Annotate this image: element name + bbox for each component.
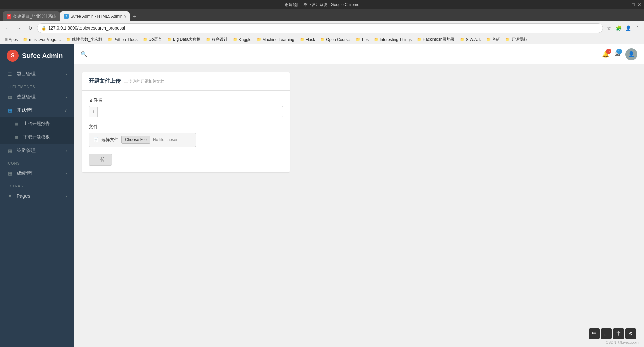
bookmark-tips[interactable]: 📁 Tips: [354, 37, 371, 43]
bookmark-icon[interactable]: ☆: [605, 24, 613, 32]
folder-icon: 📁: [206, 37, 211, 42]
bookmark-opencourse[interactable]: 📁 Open Course: [318, 37, 352, 43]
bookmark-linear-label: 线性代数_李宏毅: [72, 37, 103, 42]
xuan-ti-icon: ▦: [7, 94, 13, 100]
bookmark-hackintosh-label: Hackintosh黑苹果: [423, 37, 454, 42]
browser-chrome: 创建题目_毕业设计系统 - Google Chrome ─ □ ✕ C 创建题目…: [0, 0, 644, 44]
download-template-icon: ▦: [13, 134, 20, 140]
card-header: 开题文件上传 上传你的开题相关文档: [82, 72, 290, 91]
upload-button[interactable]: 上传: [89, 154, 112, 166]
tab1-label: 创建题目_毕业设计系统: [13, 14, 56, 19]
bookmarks-bar: ⊞ Apps 📁 musicForProgra... 📁 线性代数_李宏毅 📁 …: [0, 35, 644, 44]
sidebar-item-download-template[interactable]: ▦ 下载开题模板: [0, 130, 74, 144]
filename-input[interactable]: [98, 106, 283, 117]
bookmark-go[interactable]: 📁 Go语言: [141, 36, 164, 43]
da-bian-icon: ▦: [7, 147, 13, 154]
bookmark-go-label: Go语言: [149, 37, 162, 42]
pages-arrow: ›: [66, 194, 67, 198]
bookmark-flask[interactable]: 📁 Flask: [298, 37, 317, 43]
brand-icon: S: [7, 50, 19, 62]
browser-titlebar: 创建题目_毕业设计系统 - Google Chrome ─ □ ✕: [0, 0, 644, 9]
reload-button[interactable]: ↻: [25, 23, 35, 33]
corner-icon-half[interactable]: 半: [613, 328, 624, 339]
sidebar-item-upload-report[interactable]: ▦ 上传开题报告: [0, 117, 74, 130]
topbar: 🔍 🔔 5 ✉ 9 👤: [74, 44, 644, 64]
tab1-close[interactable]: ✕: [53, 14, 58, 19]
message-button[interactable]: ✉ 9: [615, 51, 620, 58]
search-icon[interactable]: 🔍: [80, 51, 87, 57]
sidebar-item-kai-ti[interactable]: ▦ 开题管理 ∨: [0, 104, 74, 117]
cheng-ji-label: 成绩管理: [17, 170, 66, 176]
folder-icon: 📁: [167, 37, 172, 42]
brand-label: Sufee Admin: [22, 52, 63, 60]
new-tab-button[interactable]: +: [130, 12, 139, 21]
settings-icon[interactable]: ⋮: [633, 24, 641, 32]
file-select-label: 选择文件: [101, 137, 119, 143]
corner-icon-dot[interactable]: 。: [601, 328, 612, 339]
bookmark-opencourse-label: Open Course: [326, 37, 350, 42]
xuan-ti-label: 选题管理: [17, 94, 66, 100]
browser-tab-1[interactable]: C 创建题目_毕业设计系统 ✕: [3, 11, 60, 21]
topbar-right: 🔔 5 ✉ 9 👤: [602, 48, 637, 60]
bookmark-bigdata-label: Big Data大数据: [173, 37, 201, 42]
bookmark-apps[interactable]: ⊞ Apps: [3, 37, 20, 43]
notification-button[interactable]: 🔔 5: [602, 51, 609, 58]
sidebar-sub-kaiti: ▦ 上传开题报告 ▦ 下载开题模板: [0, 117, 74, 144]
corner-icon-settings[interactable]: ⚙: [625, 328, 636, 339]
back-button[interactable]: ←: [3, 23, 12, 33]
sidebar-item-ti-guan-li[interactable]: ☰ 题目管理 ›: [0, 67, 74, 81]
download-template-label: 下载开题模板: [23, 134, 67, 140]
bookmark-kaoyan[interactable]: 📁 考研: [484, 36, 502, 43]
bookmark-kaggle-label: Kaggle: [239, 37, 251, 42]
sidebar-item-xuan-ti[interactable]: ▦ 选题管理 ›: [0, 90, 74, 104]
close-icon[interactable]: ✕: [637, 2, 641, 7]
bookmark-swat[interactable]: 📁 S.W.A.T.: [458, 37, 483, 43]
file-no-chosen-text: No file chosen: [153, 137, 178, 142]
xuan-ti-arrow: ›: [66, 95, 67, 99]
sidebar-item-cheng-ji[interactable]: ▦ 成绩管理 ›: [0, 167, 74, 180]
address-bar[interactable]: 🔒 127.0.0.1:8000/topic/research_proposal: [37, 23, 603, 33]
cheng-ji-arrow: ›: [66, 171, 67, 175]
section-ui-elements: UI ELEMENTS: [0, 81, 74, 90]
avatar[interactable]: 👤: [625, 48, 637, 60]
browser-toolbar: ← → ↻ 🔒 127.0.0.1:8000/topic/research_pr…: [0, 21, 644, 35]
bookmark-linear[interactable]: 📁 线性代数_李宏毅: [64, 36, 105, 43]
sidebar-item-pages[interactable]: ▼ Pages ›: [0, 189, 74, 203]
section-extras: EXTRAS: [0, 180, 74, 189]
minimize-icon[interactable]: ─: [626, 2, 629, 7]
bookmark-program-label: 程序设计: [212, 37, 228, 42]
bookmark-opensource-label: 开源贡献: [511, 37, 527, 42]
pages-label: Pages: [17, 193, 66, 199]
bookmark-opensource[interactable]: 📁 开源贡献: [503, 36, 529, 43]
bookmark-python[interactable]: 📁 Python_Docs: [106, 37, 139, 43]
profile-icon[interactable]: 👤: [624, 24, 632, 32]
bookmark-interesting[interactable]: 📁 Interesting Things: [372, 37, 414, 43]
bookmark-ml[interactable]: 📁 Machine Learning: [255, 37, 296, 43]
forward-button[interactable]: →: [14, 23, 23, 33]
folder-icon: 📁: [23, 37, 28, 42]
bookmark-bigdata[interactable]: 📁 Big Data大数据: [165, 36, 203, 43]
folder-icon: 📁: [417, 37, 422, 42]
file-input-wrapper: 📄 选择文件 Choose File No file chosen: [89, 133, 196, 147]
folder-icon: 📁: [505, 37, 510, 42]
address-text[interactable]: 127.0.0.1:8000/topic/research_proposal: [48, 25, 599, 31]
maximize-icon[interactable]: □: [632, 2, 635, 7]
tab2-close[interactable]: ✕: [122, 14, 128, 19]
file-label: 文件: [89, 124, 283, 130]
browser-tab-2[interactable]: S Sufee Admin - HTML5 Admin... ✕: [60, 11, 130, 21]
filename-input-wrapper: ℹ: [89, 106, 283, 117]
extension-icon[interactable]: 🧩: [614, 24, 623, 32]
upload-report-icon: ▦: [13, 120, 20, 127]
bookmark-music[interactable]: 📁 musicForProgra...: [21, 37, 63, 43]
choose-file-button[interactable]: Choose File: [121, 136, 150, 144]
bookmark-hackintosh[interactable]: 📁 Hackintosh黑苹果: [415, 36, 457, 43]
bookmark-swat-label: S.W.A.T.: [466, 37, 481, 42]
corner-icon-zh[interactable]: 中: [589, 328, 600, 339]
sidebar-item-da-bian[interactable]: ▦ 答辩管理 ›: [0, 144, 74, 157]
folder-icon: 📁: [374, 37, 379, 42]
folder-icon: 📁: [486, 37, 491, 42]
content-area: 开题文件上传 上传你的开题相关文档 文件名 ℹ 文件: [74, 64, 644, 347]
bookmark-kaggle[interactable]: 📁 Kaggle: [231, 37, 253, 43]
bookmark-program[interactable]: 📁 程序设计: [204, 36, 230, 43]
notification-badge: 5: [606, 49, 611, 54]
